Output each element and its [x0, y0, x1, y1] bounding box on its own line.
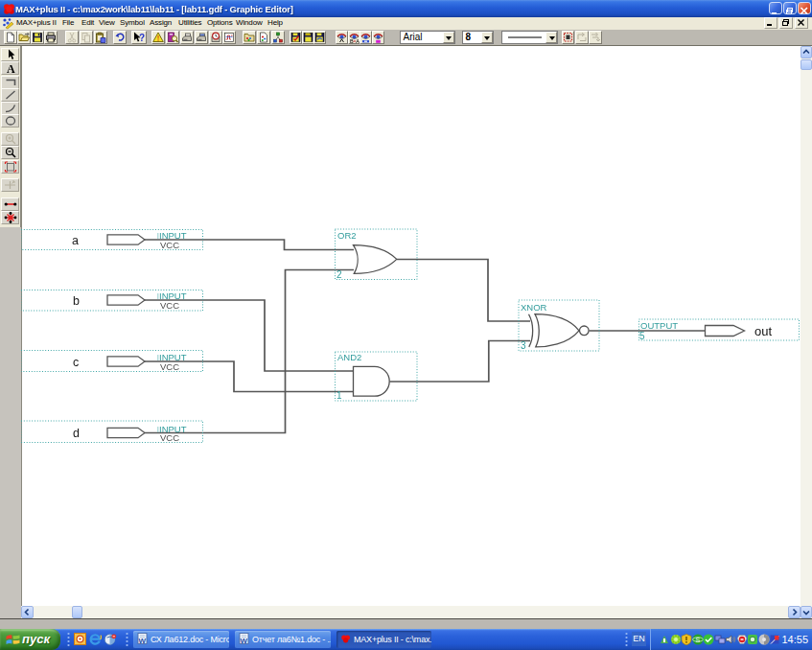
svg-text:A: A [7, 62, 15, 74]
svg-text:VCC: VCC [160, 240, 179, 250]
svg-text:XNOR: XNOR [521, 302, 547, 313]
svg-text:B: B [350, 38, 354, 44]
svg-text:2: 2 [336, 269, 342, 280]
svg-text:1: 1 [336, 390, 342, 401]
svg-text:b: b [73, 294, 80, 308]
svg-text:VCC: VCC [160, 300, 179, 311]
svg-text:W: W [139, 637, 147, 644]
svg-text:W: W [241, 637, 248, 644]
svg-text:A: A [356, 38, 360, 44]
svg-text:d: d [73, 427, 80, 440]
svg-text:VCC: VCC [160, 432, 179, 443]
svg-text:out: out [754, 324, 772, 338]
svg-text:VCC: VCC [160, 361, 179, 372]
svg-text:OR2: OR2 [337, 230, 357, 241]
svg-text:c: c [73, 356, 79, 369]
svg-text:OUTPUT: OUTPUT [640, 320, 678, 331]
svg-text:a: a [72, 234, 79, 247]
svg-text:5: 5 [639, 331, 645, 341]
svg-text:S: S [695, 637, 700, 643]
svg-text:3: 3 [521, 340, 526, 351]
svg-text:?: ? [139, 33, 145, 43]
svg-text:AND2: AND2 [337, 352, 361, 362]
